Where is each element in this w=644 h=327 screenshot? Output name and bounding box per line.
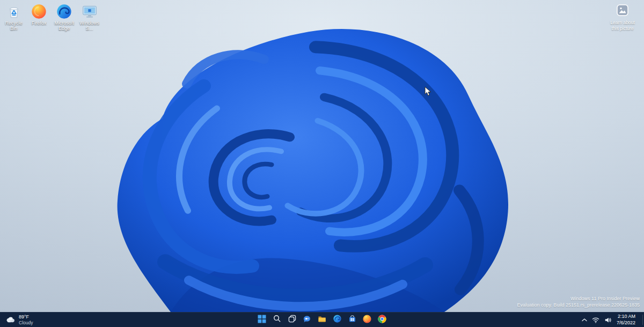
edge-icon <box>333 315 341 325</box>
file-explorer-button[interactable] <box>316 314 328 326</box>
watermark-line1: Windows 11 Pro Insider Preview <box>517 295 640 302</box>
desktop-icon-label: Recycle Bin <box>2 20 25 32</box>
system-tray: 2:10 AM 7/6/2022 <box>582 313 644 327</box>
chrome-icon <box>378 315 386 325</box>
learn-about-this-picture[interactable]: Learn about this picture <box>606 4 639 31</box>
edge-button[interactable] <box>331 314 343 326</box>
taskbar: 89°F Cloudy <box>0 312 644 327</box>
recycle-bin-icon <box>6 3 22 19</box>
network-button[interactable] <box>592 313 599 327</box>
volume-button[interactable] <box>604 313 612 327</box>
desktop-icon-grid: Recycle Bin Firefox <box>2 3 101 32</box>
watermark-line2: Evaluation copy. Build 25151.rs_prerelea… <box>517 302 640 309</box>
speaker-icon <box>604 316 612 324</box>
wifi-icon <box>592 316 599 324</box>
start-button[interactable] <box>255 314 268 326</box>
desktop: Recycle Bin Firefox <box>0 0 644 312</box>
edge-icon <box>56 3 72 19</box>
firefox-icon <box>31 3 47 19</box>
taskbar-center <box>255 313 389 327</box>
desktop-icon-firefox[interactable]: Firefox <box>27 3 50 32</box>
search-button[interactable] <box>270 314 283 326</box>
task-view-icon <box>288 315 296 325</box>
store-icon <box>348 315 356 325</box>
widgets-weather-button[interactable]: 89°F Cloudy <box>0 313 38 327</box>
desktop-icon-recycle-bin[interactable]: Recycle Bin <box>2 3 25 32</box>
chevron-up-icon <box>582 318 587 322</box>
desktop-icon-label: Microsoft Edge <box>53 20 76 32</box>
weather-condition: Cloudy <box>19 320 33 325</box>
folder-icon <box>318 315 326 325</box>
learn-about-label: Learn about this picture <box>606 20 639 31</box>
microsoft-store-button[interactable] <box>346 314 358 326</box>
windows-logo-icon <box>258 315 266 325</box>
clock-date: 7/6/2022 <box>617 320 635 326</box>
desktop-icon-label: Windows S... <box>78 20 101 32</box>
picture-info-icon <box>617 4 628 18</box>
firefox-button[interactable] <box>361 314 374 326</box>
monitor-icon <box>82 3 98 19</box>
task-view-button[interactable] <box>286 314 298 326</box>
wallpaper-bloom <box>0 0 644 312</box>
cloud-icon <box>5 315 16 325</box>
chat-button[interactable] <box>301 314 313 326</box>
insider-watermark: Windows 11 Pro Insider Preview Evaluatio… <box>517 295 640 309</box>
chat-icon <box>303 315 311 325</box>
clock[interactable]: 2:10 AM 7/6/2022 <box>617 314 635 326</box>
desktop-icon-windows-s[interactable]: Windows S... <box>78 3 101 32</box>
desktop-icon-label: Firefox <box>32 20 47 26</box>
clock-time: 2:10 AM <box>617 314 635 319</box>
chrome-button[interactable] <box>376 314 389 326</box>
hidden-icons-button[interactable] <box>582 313 587 327</box>
firefox-icon <box>363 315 371 325</box>
search-icon <box>273 315 281 325</box>
desktop-icon-microsoft-edge[interactable]: Microsoft Edge <box>53 3 76 32</box>
weather-temp: 89°F <box>19 314 33 320</box>
